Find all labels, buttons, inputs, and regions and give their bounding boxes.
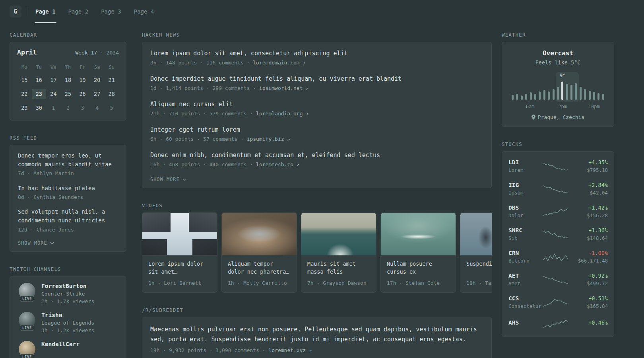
twitch-channel-name[interactable]: KendallCarr [41,341,80,347]
rss-item[interactable]: In hac habitasse platea 8d · Cynthia Sau… [18,184,118,201]
stock-change: +2.84% [568,182,608,188]
hn-item-title[interactable]: Donec imperdiet augue tincidunt felis al… [150,75,483,84]
stock-row[interactable]: CRN Bitcorn -1.00% $66,171.48 [508,245,607,268]
weather-bar [516,94,518,100]
hn-item-title[interactable]: Aliquam nec cursus elit [150,100,483,109]
stock-row[interactable]: AHS +0.46% [508,313,607,333]
calendar-day: 21 [104,75,119,85]
calendar-year-label: · 2024 [100,50,119,56]
stock-sparkline-chart [543,183,568,195]
subreddit-post-text[interactable]: Maecenas mollis pulvinar erat non posuer… [150,325,483,344]
calendar-day: 16 [32,75,47,85]
video-title[interactable]: Suspendisse diam [466,260,492,276]
stock-change: +0.46% [568,319,608,326]
dashboard-main: CALENDAR April Week 17 · 2024 MoTuWeThFr… [0,23,644,358]
stock-row[interactable]: IIG Ipsum +2.84% $42.04 [508,177,607,200]
twitch-channel[interactable]: LIVE KendallCarr [18,341,118,358]
video-meta: 18h · Tara [466,280,492,287]
rss-item-title[interactable]: In hac habitasse platea [18,184,118,193]
stock-change: -1.00% [568,250,608,256]
calendar-day: 18 [61,75,76,85]
hn-item-title[interactable]: Lorem ipsum dolor sit amet, consectetur … [150,49,483,58]
tab-page-2[interactable]: Page 2 [68,0,89,23]
stock-row[interactable]: AET Amet +0.92% $499.72 [508,268,607,291]
hn-item-title[interactable]: Donec enim nibh, condimentum et accumsan… [150,151,483,160]
twitch-channel[interactable]: LIVE Trisha League of Legends 3h · 1.2k … [18,312,118,334]
stock-row[interactable]: SNRC Sit +1.36% $148.64 [508,223,607,245]
stock-numbers: -1.00% $66,171.48 [568,250,608,264]
video-card[interactable]: Suspendisse diam 18h · Tara [460,212,492,293]
video-card[interactable]: Nullam posuere cursus ex 17h · Stefan Co… [380,212,456,293]
rss-item[interactable]: Sed volutpat nulla nisl, a condimentum n… [18,208,118,233]
hn-item-domain[interactable]: ipsumify.biz [247,136,284,142]
calendar-day: 25 [61,89,76,99]
hn-item-meta: 3h · 148 points · 116 comments · loremdo… [150,59,483,66]
video-body: Mauris sit amet massa felis 7h · Grayson… [301,255,376,292]
stock-id: CRN Bitcorn [508,250,543,264]
hackernews-show-more-button[interactable]: SHOW MORE [150,177,483,182]
hn-item-domain[interactable]: loremdomain.com [253,60,299,66]
twitch-channel[interactable]: LIVE ForrestBurton Counter-Strike 1h · 1… [18,283,118,305]
twitch-card: LIVE ForrestBurton Counter-Strike 1h · 1… [10,276,126,358]
subreddit-post-domain[interactable]: loremnet.xyz [268,347,306,353]
hn-item-title[interactable]: Integer eget rutrum lorem [150,126,483,134]
stock-row[interactable]: LDI Lorem +4.35% $795.18 [508,155,607,177]
rss-item-title[interactable]: Sed volutpat nulla nisl, a condimentum n… [18,208,118,225]
weather-bar [575,83,577,100]
video-card[interactable]: Mauris sit amet massa felis 7h · Grayson… [301,212,376,293]
twitch-channel-name[interactable]: Trisha [41,312,94,318]
stocks-card: LDI Lorem +4.35% $795.18 IIG Ipsum +2.84 [502,151,614,337]
stock-sparkline-chart [543,229,568,240]
video-card[interactable]: Aliquam tempor dolor nec pharetra… 1h · … [221,212,297,293]
hackernews-widget: HACKER NEWS Lorem ipsum dolor sit amet, … [142,32,492,188]
stocks-widget: STOCKS LDI Lorem +4.35% $795.18 IIG Ipsu… [502,141,614,337]
rss-item[interactable]: Donec tempor eros leo, ut commodo mauris… [18,152,118,177]
calendar-weekday-label: Mo [17,63,32,71]
tab-page-4[interactable]: Page 4 [133,0,155,23]
hn-item-domain[interactable]: ipsumworld.net [259,85,303,91]
app-logo: G [10,6,21,18]
video-body: Suspendisse diam 18h · Tara [460,255,492,292]
stocks-section-title: STOCKS [502,141,614,147]
hn-item[interactable]: Aliquam nec cursus elit 21h · 710 points… [150,100,483,117]
hn-item-meta: 21h · 710 points · 579 comments · loreml… [150,110,483,117]
subreddit-card: Maecenas mollis pulvinar erat non posuer… [142,317,492,358]
stock-id: SNRC Sit [508,227,543,241]
rss-show-more-button[interactable]: SHOW MORE [18,240,118,246]
video-title[interactable]: Aliquam tempor dolor nec pharetra… [228,260,291,276]
weather-hourly-chart: 9°6am2pm10pm [509,72,607,109]
hn-item[interactable]: Lorem ipsum dolor sit amet, consectetur … [150,49,483,66]
calendar-weekday-label: Fr [75,63,90,71]
stock-change: +1.42% [568,204,608,211]
hn-item[interactable]: Donec imperdiet augue tincidunt felis al… [150,75,483,92]
weather-card: Overcast Feels like 5°C 9°6am2pm10pm Pra… [502,42,614,127]
stock-row[interactable]: CCS Consectetur +0.51% $165.84 [508,291,607,313]
video-title[interactable]: Mauris sit amet massa felis [307,260,370,276]
twitch-channel-name[interactable]: ForrestBurton [41,283,94,289]
stock-price: $156.28 [568,212,608,218]
rss-item-meta: 8d · Cynthia Saunders [18,194,118,201]
external-link-icon: ↗ [309,348,312,353]
video-card[interactable]: Lorem ipsum dolor sit amet consectetu… 1… [142,212,217,293]
calendar-day: 17 [46,75,61,85]
tab-page-3[interactable]: Page 3 [100,0,122,23]
hn-item[interactable]: Integer eget rutrum lorem 6h · 60 points… [150,126,483,143]
calendar-weekday-label: Th [61,63,76,71]
tab-page-1[interactable]: Page 1 [35,0,56,23]
calendar-day: 27 [90,89,105,99]
weather-bar [561,82,563,100]
hn-item-domain[interactable]: loremlandia.org [256,111,303,117]
hn-item-domain[interactable]: loremtech.co [256,161,293,167]
stock-sparkline-chart [543,251,568,263]
rss-item-title[interactable]: Donec tempor eros leo, ut commodo mauris… [18,152,118,169]
weather-peak-temp-label: 9° [559,72,566,78]
stock-name: Dolor [508,212,543,218]
video-title[interactable]: Lorem ipsum dolor sit amet consectetu… [148,260,211,276]
video-title[interactable]: Nullam posuere cursus ex [387,260,450,276]
subreddit-post[interactable]: Maecenas mollis pulvinar erat non posuer… [150,325,483,354]
weather-location-label: Prague, Czechia [538,114,584,120]
stock-row[interactable]: DBS Dolor +1.42% $156.28 [508,200,607,223]
hackernews-section-title: HACKER NEWS [142,32,492,38]
hn-item[interactable]: Donec enim nibh, condimentum et accumsan… [150,151,483,168]
weather-bar [580,87,582,100]
